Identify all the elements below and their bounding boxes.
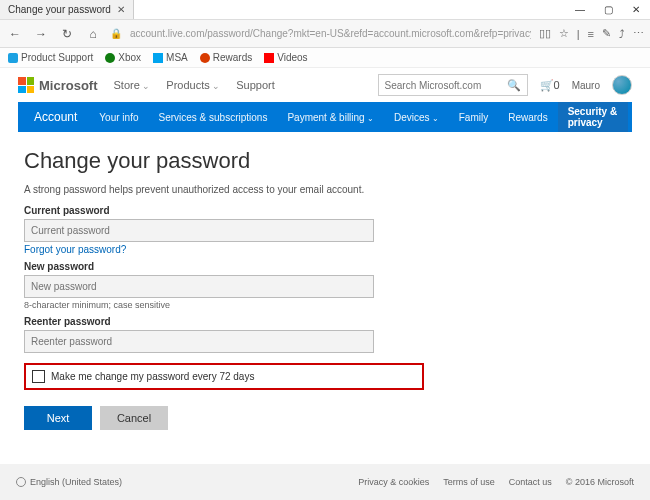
globe-icon bbox=[16, 477, 26, 487]
favorites-bar: Product Support Xbox MSA Rewards Videos bbox=[0, 48, 650, 68]
microsoft-logo[interactable]: Microsoft bbox=[18, 77, 98, 93]
page-title: Change your password bbox=[24, 148, 626, 174]
user-name[interactable]: Mauro bbox=[572, 80, 600, 91]
favorite-icon[interactable]: ☆ bbox=[559, 27, 569, 40]
nav-payment[interactable]: Payment & billing bbox=[277, 112, 384, 123]
search-box[interactable]: 🔍 bbox=[378, 74, 528, 96]
tab-close-icon[interactable]: ✕ bbox=[117, 4, 125, 15]
reading-icon[interactable]: ▯▯ bbox=[539, 27, 551, 40]
nav-services[interactable]: Services & subscriptions bbox=[148, 112, 277, 123]
cancel-button[interactable]: Cancel bbox=[100, 406, 168, 430]
microsoft-header: Microsoft Store Products Support 🔍 🛒0 Ma… bbox=[18, 68, 632, 102]
close-button[interactable]: ✕ bbox=[622, 0, 650, 20]
language-selector[interactable]: English (United States) bbox=[16, 477, 122, 487]
footer-privacy[interactable]: Privacy & cookies bbox=[358, 477, 429, 487]
nav-devices[interactable]: Devices bbox=[384, 112, 449, 123]
new-password-input[interactable] bbox=[24, 275, 374, 298]
logo-icon bbox=[18, 77, 34, 93]
minimize-button[interactable]: — bbox=[566, 0, 594, 20]
new-password-label: New password bbox=[24, 261, 626, 272]
fav-xbox[interactable]: Xbox bbox=[105, 52, 141, 63]
fav-videos[interactable]: Videos bbox=[264, 52, 307, 63]
nav-account[interactable]: Account bbox=[22, 110, 89, 124]
tab-title: Change your password bbox=[8, 4, 111, 15]
forward-button[interactable]: → bbox=[32, 27, 50, 41]
window-titlebar: Change your password ✕ — ▢ ✕ bbox=[0, 0, 650, 20]
next-button[interactable]: Next bbox=[24, 406, 92, 430]
password-hint: 8-character minimum; case sensitive bbox=[24, 300, 626, 310]
current-password-label: Current password bbox=[24, 205, 626, 216]
reenter-password-label: Reenter password bbox=[24, 316, 626, 327]
browser-tab[interactable]: Change your password ✕ bbox=[0, 0, 134, 19]
current-password-input[interactable] bbox=[24, 219, 374, 242]
cart-button[interactable]: 🛒0 bbox=[540, 79, 560, 92]
password-form: Change your password A strong password h… bbox=[18, 132, 632, 440]
refresh-button[interactable]: ↻ bbox=[58, 27, 76, 41]
address-bar: ← → ↻ ⌂ 🔒 account.live.com/password/Chan… bbox=[0, 20, 650, 48]
notes-icon[interactable]: ✎ bbox=[602, 27, 611, 40]
footer: English (United States) Privacy & cookie… bbox=[0, 464, 650, 500]
intro-text: A strong password helps prevent unauthor… bbox=[24, 184, 626, 195]
fav-rewards[interactable]: Rewards bbox=[200, 52, 252, 63]
back-button[interactable]: ← bbox=[6, 27, 24, 41]
maximize-button[interactable]: ▢ bbox=[594, 0, 622, 20]
search-icon[interactable]: 🔍 bbox=[507, 79, 521, 92]
footer-terms[interactable]: Terms of use bbox=[443, 477, 495, 487]
nav-store[interactable]: Store bbox=[114, 79, 151, 91]
url-text[interactable]: account.live.com/password/Change?mkt=en-… bbox=[130, 28, 531, 39]
home-button[interactable]: ⌂ bbox=[84, 27, 102, 41]
more-icon[interactable]: ⋯ bbox=[633, 27, 644, 40]
forgot-password-link[interactable]: Forgot your password? bbox=[24, 244, 126, 255]
readlist-icon[interactable]: ≡ bbox=[588, 28, 594, 40]
footer-copyright: © 2016 Microsoft bbox=[566, 477, 634, 487]
nav-security[interactable]: Security & privacy bbox=[558, 102, 628, 132]
fav-msa[interactable]: MSA bbox=[153, 52, 188, 63]
reenter-password-input[interactable] bbox=[24, 330, 374, 353]
nav-rewards[interactable]: Rewards bbox=[498, 112, 557, 123]
nav-support[interactable]: Support bbox=[236, 79, 275, 91]
nav-family[interactable]: Family bbox=[449, 112, 498, 123]
nav-products[interactable]: Products bbox=[166, 79, 220, 91]
account-nav: Account Your info Services & subscriptio… bbox=[18, 102, 632, 132]
checkbox-icon[interactable] bbox=[32, 370, 45, 383]
nav-your-info[interactable]: Your info bbox=[89, 112, 148, 123]
checkbox-label: Make me change my password every 72 days bbox=[51, 371, 254, 382]
divider: | bbox=[577, 28, 580, 40]
search-input[interactable] bbox=[385, 80, 505, 91]
lock-icon: 🔒 bbox=[110, 28, 122, 39]
change-every-72-row[interactable]: Make me change my password every 72 days bbox=[24, 363, 424, 390]
footer-contact[interactable]: Contact us bbox=[509, 477, 552, 487]
share-icon[interactable]: ⤴ bbox=[619, 28, 625, 40]
avatar[interactable] bbox=[612, 75, 632, 95]
fav-product-support[interactable]: Product Support bbox=[8, 52, 93, 63]
